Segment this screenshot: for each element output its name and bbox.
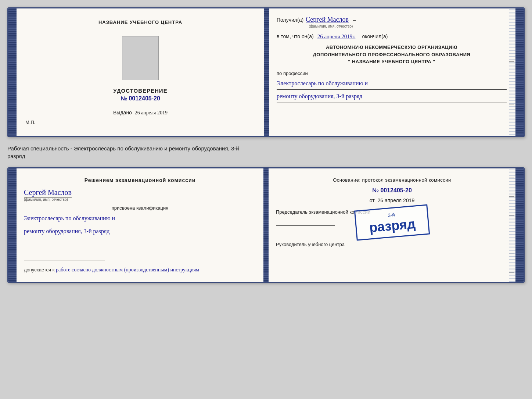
edge-line xyxy=(509,61,514,62)
profession-line1: Электрослесарь по обслуживанию и xyxy=(277,78,507,90)
po-professii-label: по профессии xyxy=(277,71,507,76)
edge-line xyxy=(509,104,514,104)
rukovoditel-block: Руководитель учебного центра xyxy=(276,242,508,259)
dopuskaetsya-block: допускается к работе согласно должностны… xyxy=(24,267,256,273)
stamp-big-text: разряд xyxy=(360,215,424,236)
org-block: АВТОНОМНУЮ НЕКОММЕРЧЕСКУЮ ОРГАНИЗАЦИЮ ДО… xyxy=(277,44,507,65)
doc-inner-lower: Решением экзаменационной комиссии Сергей… xyxy=(17,168,515,282)
qual-line1: Электрослесарь по обслуживанию и xyxy=(24,213,256,225)
sign-line-2 xyxy=(24,252,105,260)
qual-block: Электрослесарь по обслуживанию и ремонту… xyxy=(24,213,256,238)
edge-lines-lower-right xyxy=(508,168,515,282)
sign-lines-block xyxy=(24,241,256,260)
vtom-label: в том, что он(а) xyxy=(277,33,314,39)
recipient-name-text: Сергей Маслов xyxy=(306,16,349,24)
upper-left-page: НАЗВАНИЕ УЧЕБНОГО ЦЕНТРА УДОСТОВЕРЕНИЕ №… xyxy=(17,8,264,136)
vydano-label: Выдано 26 апреля 2019 xyxy=(113,110,168,115)
upper-document-card: НАЗВАНИЕ УЧЕБНОГО ЦЕНТРА УДОСТОВЕРЕНИЕ №… xyxy=(7,7,525,137)
photo-placeholder xyxy=(122,36,159,80)
edge-line xyxy=(509,196,514,197)
sign-line-predsedatel xyxy=(276,217,335,226)
lower-document-card: Решением экзаменационной комиссии Сергей… xyxy=(7,167,525,283)
dopuskaetsya-label: допускается к xyxy=(24,267,54,272)
upper-right-page: Получил(а) Сергей Маслов – (фамилия, имя… xyxy=(269,8,515,136)
vydano-block: Выдано 26 апреля 2019 xyxy=(25,109,255,116)
lower-left-page: Решением экзаменационной комиссии Сергей… xyxy=(17,168,263,282)
edge-line xyxy=(509,178,514,178)
profession-block: Электрослесарь по обслуживанию и ремонту… xyxy=(277,78,507,103)
lower-right-page: Основание: протокол экзаменационной коми… xyxy=(269,168,515,282)
edge-line xyxy=(509,83,514,83)
edge-line xyxy=(509,19,514,19)
center-spine-lower xyxy=(263,168,269,282)
spine-left xyxy=(8,8,17,136)
vtom-line: в том, что он(а) 26 апреля 2019г. окончи… xyxy=(277,33,507,40)
okончил-label: окончил(а) xyxy=(362,33,388,39)
ot-line: от 26 апреля 2019 xyxy=(276,197,508,203)
qual-line2: ремонту оборудования, 3-й разряд xyxy=(24,226,256,238)
spine-left-lower xyxy=(8,168,17,282)
school-name-upper: НАЗВАНИЕ УЧЕБНОГО ЦЕНТРА xyxy=(98,19,182,25)
poluchil-label: Получил(а) xyxy=(277,17,303,23)
udostoverenie-title: УДОСТОВЕРЕНИЕ xyxy=(113,88,167,94)
org-line2: ДОПОЛНИТЕЛЬНОГО ПРОФЕССИОНАЛЬНОГО ОБРАЗО… xyxy=(277,51,507,58)
spine-right-upper xyxy=(515,8,524,136)
mp-label: М.П. xyxy=(25,120,255,125)
resheniem-title: Решением экзаменационной комиссии xyxy=(24,177,256,183)
recipient-name: Сергей Маслов – (фамилия, имя, отчество) xyxy=(306,16,356,28)
fio-block-lower: Сергей Маслов (фамилия, имя, отчество) xyxy=(24,188,256,202)
edge-lines-upper-right xyxy=(508,8,515,136)
between-line2: разряд xyxy=(7,153,25,159)
edge-line xyxy=(509,40,514,40)
between-text: Рабочая специальность - Электрослесарь п… xyxy=(7,143,525,161)
rukovoditel-label: Руководитель учебного центра xyxy=(276,242,345,247)
org-line1: АВТОНОМНУЮ НЕКОММЕРЧЕСКУЮ ОРГАНИЗАЦИЮ xyxy=(277,44,507,51)
edge-line xyxy=(509,125,514,126)
org-line3: " НАЗВАНИЕ УЧЕБНОГО ЦЕНТРА " xyxy=(277,58,507,65)
page-wrapper: НАЗВАНИЕ УЧЕБНОГО ЦЕНТРА УДОСТОВЕРЕНИЕ №… xyxy=(7,7,525,283)
fio-hint-upper: (фамилия, имя, отчество) xyxy=(306,24,356,28)
completion-date: 26 апреля 2019г. xyxy=(316,33,357,40)
doc-inner: НАЗВАНИЕ УЧЕБНОГО ЦЕНТРА УДОСТОВЕРЕНИЕ №… xyxy=(17,8,515,136)
dopuskaetsya-value: работе согласно должностным (производств… xyxy=(56,267,199,272)
fio-name-lower: Сергей Маслов xyxy=(24,188,72,197)
profession-line2: ремонту оборудования, 3-й разряд xyxy=(277,91,507,103)
edge-line xyxy=(509,253,514,253)
edge-line xyxy=(509,272,514,272)
udostoverenie-number: № 0012405-20 xyxy=(113,95,167,102)
osnovanie-title: Основание: протокол экзаменационной коми… xyxy=(276,177,508,183)
fio-hint-lower: (фамилия, имя, отчество) xyxy=(24,197,256,202)
sign-line-1 xyxy=(24,241,105,250)
edge-line xyxy=(509,234,514,235)
udostoverenie-block: УДОСТОВЕРЕНИЕ № 0012405-20 xyxy=(113,88,167,102)
center-spine-upper xyxy=(264,8,269,136)
prisvoena-label: присвоена квалификация xyxy=(24,205,256,211)
sign-line-rukovoditel xyxy=(276,249,335,258)
vydano-date: 26 апреля 2019 xyxy=(135,110,168,115)
between-line1: Рабочая специальность - Электрослесарь п… xyxy=(7,145,239,152)
protokol-number: № 0012405-20 xyxy=(276,187,508,194)
spine-right-lower xyxy=(515,168,524,282)
rukovoditel-sign-line xyxy=(276,249,508,259)
vydano-text: Выдано xyxy=(113,110,132,115)
stamp: 3-й разряд xyxy=(354,204,430,241)
edge-line xyxy=(509,215,514,216)
poluchil-line: Получил(а) Сергей Маслов – (фамилия, имя… xyxy=(277,16,507,28)
stamp-text-small: 3-й xyxy=(388,212,395,218)
ot-date: 26 апреля 2019 xyxy=(378,197,415,203)
ot-label: от xyxy=(370,197,375,203)
